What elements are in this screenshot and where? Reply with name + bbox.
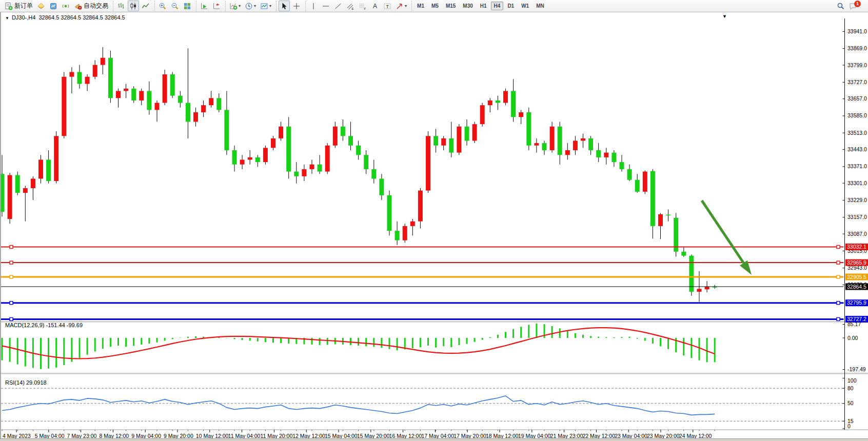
candle — [627, 169, 632, 180]
label-button[interactable]: T — [382, 1, 393, 11]
text-button[interactable]: A — [369, 1, 381, 11]
line-drag-handle[interactable] — [837, 317, 840, 320]
window-bottom-edge — [0, 438, 868, 441]
candlestick-button[interactable] — [128, 1, 139, 11]
timeframe-h1-button[interactable]: H1 — [477, 2, 490, 10]
candle — [534, 143, 539, 146]
chart-canvas[interactable]: 33941.033869.033799.033727.033657.033585… — [1, 12, 868, 441]
zoom-out-button[interactable] — [169, 1, 181, 11]
horizontal-line-icon — [322, 2, 330, 10]
candle — [666, 215, 670, 216]
chevron-down-icon: ▾ — [405, 4, 407, 8]
timeframe-mn-button[interactable]: MN — [533, 2, 547, 10]
trendline-button[interactable] — [332, 1, 344, 11]
svg-text:33941.0: 33941.0 — [847, 28, 867, 34]
timeframe-m5-button[interactable]: M5 — [428, 2, 442, 10]
line-drag-handle[interactable] — [10, 302, 13, 305]
search-button[interactable] — [835, 1, 846, 11]
line-chart-button[interactable] — [140, 1, 151, 11]
candle — [310, 165, 314, 169]
channel-icon: E — [346, 2, 354, 10]
candle — [364, 155, 368, 169]
crosshair-icon — [292, 2, 301, 10]
auto-scroll-button[interactable] — [199, 1, 210, 11]
line-drag-handle[interactable] — [837, 302, 840, 305]
svg-text:33371.0: 33371.0 — [847, 163, 867, 169]
candle — [681, 252, 686, 256]
line-drag-handle[interactable] — [837, 275, 840, 278]
svg-text:32864.5: 32864.5 — [847, 284, 866, 290]
svg-text:33657.0: 33657.0 — [847, 95, 867, 102]
line-drag-handle[interactable] — [837, 261, 840, 264]
chart-menu-arrow-icon[interactable]: ▼ — [5, 16, 9, 21]
price-axis-badge: 33032.1 — [845, 244, 868, 250]
candle — [8, 175, 12, 219]
trend-arrow-annotation[interactable] — [702, 201, 752, 275]
navigator-icon — [62, 2, 70, 10]
cursor-icon — [280, 2, 288, 10]
one-click-collapse-icon[interactable]: ▼ — [722, 14, 727, 19]
candle — [371, 169, 376, 178]
cursor-button[interactable] — [279, 1, 290, 11]
candle — [635, 180, 640, 192]
macd-axis-label: 0.00 — [847, 335, 858, 341]
channel-button[interactable]: E — [345, 1, 356, 11]
timeframe-m30-button[interactable]: M30 — [460, 2, 476, 10]
market-watch-button[interactable] — [35, 1, 47, 11]
timeframe-h4-button[interactable]: H4 — [491, 2, 504, 10]
svg-text:33229.0: 33229.0 — [847, 197, 867, 203]
timeframe-w1-button[interactable]: W1 — [518, 2, 532, 10]
new-order-button-label: 新订单 — [14, 2, 33, 10]
notifications-button[interactable]: 1 — [847, 1, 865, 11]
arrows-icon — [396, 2, 404, 10]
vertical-line-button[interactable] — [308, 1, 319, 11]
text-icon: A — [371, 2, 379, 10]
candle — [465, 127, 469, 141]
tile-windows-button[interactable] — [182, 1, 193, 11]
line-drag-handle[interactable] — [10, 245, 13, 248]
candle — [155, 103, 160, 110]
horizontal-line-button[interactable] — [320, 1, 331, 11]
timeframe-m15-button[interactable]: M15 — [443, 2, 459, 10]
timeframe-d1-button[interactable]: D1 — [504, 2, 517, 10]
data-window-button[interactable] — [48, 1, 59, 11]
navigator-button[interactable] — [60, 1, 71, 11]
toolbar-group-0: 新订单自动交易 — [1, 1, 112, 11]
line-drag-handle[interactable] — [10, 317, 13, 320]
svg-text:32905.5: 32905.5 — [847, 274, 866, 280]
line-drag-handle[interactable] — [10, 275, 13, 278]
time-axis: 4 May 20235 May 04:007 May 23:008 May 12… — [2, 430, 715, 439]
candle — [333, 127, 338, 146]
candle — [472, 124, 477, 141]
rsi-axis-label: 80 — [847, 385, 854, 391]
chart-shift-button[interactable] — [211, 1, 222, 11]
zoom-in-button[interactable] — [157, 1, 168, 11]
svg-text:33513.0: 33513.0 — [847, 130, 867, 136]
candle — [124, 89, 128, 91]
new-order-button[interactable]: 新订单 — [3, 1, 34, 11]
arrows-button[interactable]: ▾ — [394, 1, 408, 11]
rsi-pane — [2, 396, 715, 415]
periods-button[interactable]: ▾ — [243, 1, 258, 11]
line-chart-icon — [142, 2, 150, 10]
chart-window[interactable]: 33941.033869.033799.033727.033657.033585… — [0, 12, 868, 441]
line-drag-handle[interactable] — [10, 261, 13, 264]
autotrading-icon — [74, 2, 82, 10]
timeframe-m1-button[interactable]: M1 — [414, 2, 427, 10]
toolbar-group-1 — [113, 1, 153, 11]
candle — [441, 138, 446, 146]
label-icon: T — [383, 2, 391, 10]
candle — [46, 159, 51, 181]
line-drag-handle[interactable] — [837, 245, 840, 248]
autotrading-button[interactable]: 自动交易 — [72, 1, 110, 11]
templates-button[interactable]: ▾ — [259, 1, 273, 11]
indicators-button[interactable]: ▾ — [228, 1, 242, 11]
fibonacci-button[interactable]: F — [357, 1, 368, 11]
candle — [116, 91, 121, 98]
toolbar-group-6: EFAT▾ — [305, 1, 410, 11]
bar-chart-button[interactable] — [115, 1, 127, 11]
candle — [294, 172, 299, 176]
crosshair-button[interactable] — [291, 1, 302, 11]
rsi-line — [2, 396, 715, 415]
candle — [1, 174, 5, 212]
